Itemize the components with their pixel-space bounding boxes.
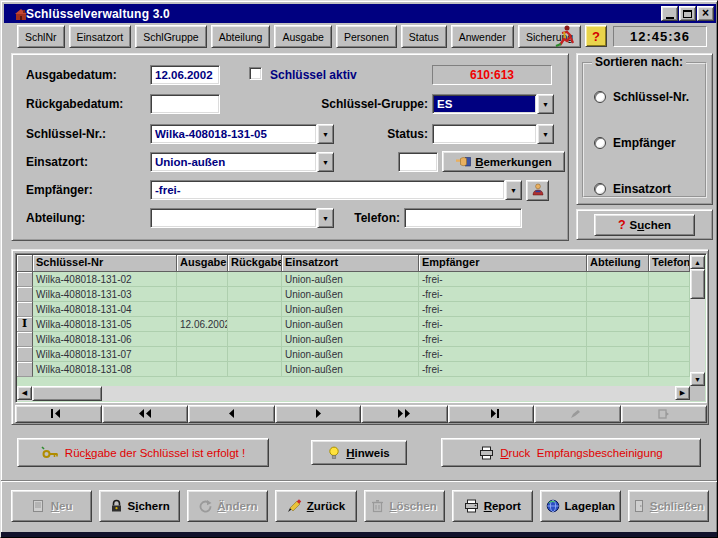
toolbar-button-ausgabe[interactable]: Ausgabe [274,25,331,48]
nav-edit-button[interactable] [534,405,621,423]
scroll-up-icon[interactable]: ▲ [690,255,705,269]
vertical-scrollbar[interactable]: ▲ ▼ [690,255,705,386]
minimize-button[interactable] [661,6,678,21]
counter-display: 610:613 [432,65,552,85]
empfaenger-lookup-button[interactable] [526,180,549,201]
table-cell [649,362,690,377]
radio-icon[interactable] [594,183,606,195]
person-icon [531,183,545,199]
toolbar-button-anwender[interactable]: Anwender [451,25,514,48]
row-selector[interactable] [17,302,33,317]
nav-prior-button[interactable] [188,405,275,423]
horizontal-scrollbar[interactable]: ◀ ▶ [17,386,690,401]
nav-first-icon [48,409,68,419]
vertical-scroll-thumb[interactable] [690,269,705,299]
telefon-input[interactable] [404,208,522,228]
table-cell: Wilka-408018-131-08 [33,362,177,377]
table-row[interactable]: Wilka-408018-131-03Union-außen-frei- [17,287,690,302]
horizontal-scroll-thumb[interactable] [32,386,102,401]
lageplan-button[interactable]: Lageplan [540,490,621,522]
row-selector[interactable] [17,347,33,362]
sort-radio-einsatzort[interactable]: Einsatzort [594,182,671,196]
scroll-right-icon[interactable]: ▶ [675,386,690,400]
toolbar-button-einsatzort[interactable]: Einsatzort [69,25,132,48]
einsatzort-combo[interactable]: Union-außen ▼ [150,152,334,172]
status-combo[interactable]: ▼ [432,124,554,144]
chevron-down-icon[interactable]: ▼ [505,180,522,200]
table-row[interactable]: Wilka-408018-131-08Union-außen-frei- [17,362,690,377]
table-row[interactable]: Wilka-408018-131-07Union-außen-frei- [17,347,690,362]
toolbar-button-schlnr[interactable]: SchlNr [17,25,65,48]
key-form-panel: Ausgabedatum: 12.06.2002 Schlüssel aktiv… [11,53,569,241]
nav-next-icon [308,409,328,419]
table-cell [587,332,649,347]
table-row[interactable]: IWilka-408018-131-0512.06.2002Union-auße… [17,317,690,332]
column-header-ausgabe[interactable]: Ausgabe [177,255,228,272]
nav-last-button[interactable] [448,405,535,423]
abteilung-combo[interactable]: ▼ [150,208,334,228]
kurz-input[interactable] [398,152,438,172]
chevron-down-icon[interactable]: ▼ [537,94,554,114]
schluessel-nr-label: Schlüssel-Nr.: [26,127,106,141]
sort-radio-empfaenger[interactable]: Empfänger [594,136,676,150]
table-cell: -frei- [419,332,587,347]
table-cell [649,287,690,302]
toolbar-button-abteilung[interactable]: Abteilung [211,25,271,48]
zurueck-button[interactable]: Zurück [275,490,356,522]
chevron-down-icon[interactable]: ▼ [317,208,334,228]
radio-icon[interactable] [594,91,606,103]
toolbar-button-status[interactable]: Status [401,25,447,48]
nav-first-button[interactable] [15,405,102,423]
help-button[interactable]: ? [585,25,607,47]
chevron-down-icon[interactable]: ▼ [317,152,334,172]
nav-refresh-button[interactable] [621,405,708,423]
radio-icon[interactable] [594,137,606,149]
hinweis-button[interactable]: Hinweis [311,440,407,465]
empfaenger-combo[interactable]: -frei- ▼ [150,180,522,200]
toolbar-button-schlgruppe[interactable]: SchlGruppe [135,25,206,48]
row-selector[interactable] [17,272,33,287]
column-header-schluessel-nr[interactable]: Schlüssel-Nr [33,255,177,272]
close-button[interactable]: × [697,6,714,21]
scroll-down-icon[interactable]: ▼ [690,372,705,386]
row-selector[interactable] [17,362,33,377]
druck-button[interactable]: Druck Empfangsbescheinigung [441,438,701,467]
sort-radio-schluessel-nr[interactable]: Schlüssel-Nr. [594,90,689,104]
table-row[interactable]: Wilka-408018-131-06Union-außen-frei- [17,332,690,347]
nav-next-button[interactable] [275,405,362,423]
chevron-down-icon[interactable]: ▼ [537,124,554,144]
table-row[interactable]: Wilka-408018-131-02Union-außen-frei- [17,272,690,287]
column-header-empfaenger[interactable]: Empfänger [419,255,587,272]
bemerkungen-button[interactable]: Bemerkungen [442,151,565,172]
rueckgabe-button[interactable]: Rückgabe der Schlüssel ist erfolgt ! [17,438,269,467]
lock-icon [110,499,123,513]
table-header: Schlüssel-NrAusgabeRückgabeEinsatzortEmp… [17,255,690,272]
button-label: Rüc [65,447,85,459]
key-grid: Schlüssel-NrAusgabeRückgabeEinsatzortEmp… [15,253,707,403]
column-header-abteilung[interactable]: Abteilung [587,255,649,272]
sichern-button[interactable]: Sichern [99,490,180,522]
suchen-button[interactable]: ? Suchen [594,214,695,236]
table-row[interactable]: Wilka-408018-131-04Union-außen-frei- [17,302,690,317]
row-selector[interactable] [17,332,33,347]
row-selector[interactable]: I [17,317,33,332]
table-cell [228,347,282,362]
column-header-rueckgabe[interactable]: Rückgabe [228,255,282,272]
nav-forward-button[interactable] [361,405,448,423]
schluessel-aktiv-checkbox[interactable] [249,67,262,80]
ausgabedatum-input[interactable]: 12.06.2002 [150,65,220,85]
nav-rewind-button[interactable] [102,405,189,423]
column-header-einsatzort[interactable]: Einsatzort [282,255,419,272]
scroll-corner [690,386,705,401]
scroll-left-icon[interactable]: ◀ [17,386,32,400]
maximize-button[interactable] [679,6,696,21]
toolbar-button-personen[interactable]: Personen [336,25,397,48]
row-selector[interactable] [17,287,33,302]
aendern-button: Ändern [187,490,268,522]
table-cell: Wilka-408018-131-07 [33,347,177,362]
column-header-telefon[interactable]: Telefon [649,255,690,272]
report-button[interactable]: Report [452,490,533,522]
schluessel-gruppe-combo[interactable]: ES ▼ [432,94,554,114]
table-cell: Wilka-408018-131-06 [33,332,177,347]
rueckgabedatum-input[interactable] [150,94,220,114]
